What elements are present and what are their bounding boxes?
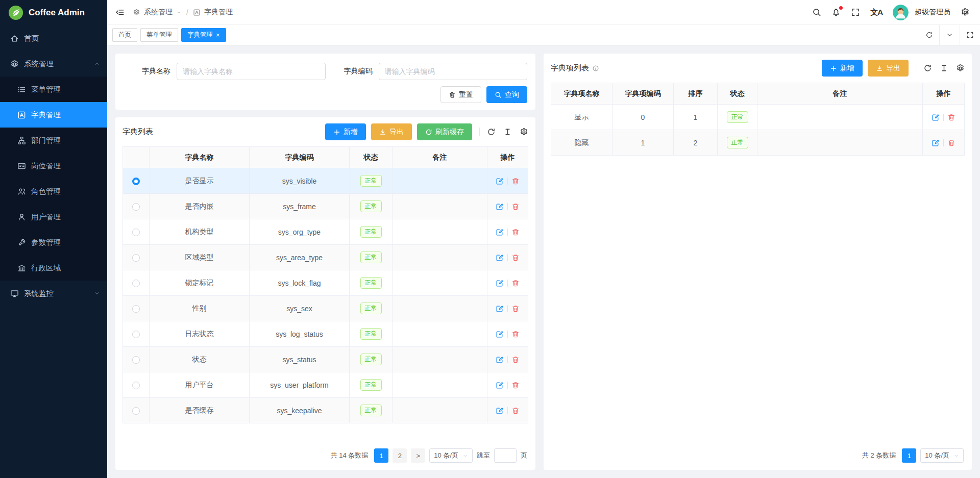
row-radio[interactable] <box>132 280 140 287</box>
sidebar-item-monitor[interactable]: 系统监控 <box>0 281 107 306</box>
delete-icon[interactable] <box>511 305 520 313</box>
row-height-icon[interactable] <box>503 128 512 136</box>
table-row[interactable]: 性别 sys_sex 正常 <box>123 296 528 321</box>
menu-fold-icon[interactable] <box>115 8 125 17</box>
settings-gear-icon[interactable] <box>961 8 970 17</box>
edit-icon[interactable] <box>496 254 504 262</box>
edit-icon[interactable] <box>932 139 940 147</box>
delete-icon[interactable] <box>947 139 955 147</box>
tab-dict-mgmt[interactable]: 字典管理 × <box>181 28 226 42</box>
page-button-1[interactable]: 1 <box>902 448 916 463</box>
table-row[interactable]: 锁定标记 sys_lock_flag 正常 <box>123 270 528 296</box>
query-button[interactable]: 查询 <box>486 86 527 103</box>
fullscreen-icon[interactable] <box>851 8 860 17</box>
row-radio[interactable] <box>132 254 140 262</box>
row-radio[interactable] <box>132 407 140 415</box>
breadcrumb-item-system[interactable]: 系统管理 <box>144 8 173 17</box>
notification-bell[interactable] <box>831 8 841 17</box>
page-button-1[interactable]: 1 <box>374 448 388 463</box>
sidebar-item-system[interactable]: 系统管理 <box>0 51 107 77</box>
item-sort-cell: 2 <box>674 130 718 156</box>
delete-icon[interactable] <box>511 356 520 364</box>
delete-icon[interactable] <box>511 228 520 236</box>
table-row[interactable]: 显示 0 1 正常 <box>551 105 965 130</box>
delete-icon[interactable] <box>511 203 520 211</box>
close-icon[interactable]: × <box>216 32 220 38</box>
table-row[interactable]: 是否缓存 sys_keepalive 正常 <box>123 398 528 423</box>
edit-icon[interactable] <box>496 279 504 287</box>
row-radio[interactable] <box>132 331 140 338</box>
table-row[interactable]: 是否显示 sys_visible 正常 <box>123 168 528 194</box>
table-row[interactable]: 状态 sys_status 正常 <box>123 347 528 372</box>
sidebar-item-param-mgmt[interactable]: 参数管理 <box>0 230 107 255</box>
search-icon[interactable] <box>812 8 821 17</box>
edit-icon[interactable] <box>496 305 504 313</box>
row-height-icon[interactable] <box>940 64 948 72</box>
row-radio[interactable] <box>132 229 140 236</box>
tab-menu-mgmt[interactable]: 菜单管理 <box>140 28 178 42</box>
column-settings-gear-icon[interactable] <box>956 64 965 72</box>
sidebar-item-dept-mgmt[interactable]: 部门管理 <box>0 128 107 153</box>
delete-icon[interactable] <box>511 279 520 287</box>
next-page-button[interactable]: > <box>411 448 425 463</box>
table-row[interactable]: 日志状态 sys_log_status 正常 <box>123 321 528 347</box>
sidebar-item-role-mgmt[interactable]: 角色管理 <box>0 179 107 204</box>
row-radio[interactable] <box>132 178 140 185</box>
delete-icon[interactable] <box>511 407 520 415</box>
page-size-select[interactable]: 10 条/页 <box>429 448 473 463</box>
jump-page-input[interactable] <box>494 448 517 463</box>
tab-options-chevron-icon[interactable] <box>939 25 960 45</box>
add-dict-button[interactable]: 新增 <box>325 123 366 140</box>
dict-name-input[interactable] <box>177 63 326 80</box>
row-radio[interactable] <box>132 203 140 211</box>
refresh-cache-button[interactable]: 刷新缓存 <box>417 123 472 140</box>
info-icon[interactable] <box>592 65 599 72</box>
row-radio[interactable] <box>132 305 140 313</box>
edit-icon[interactable] <box>496 356 504 364</box>
delete-icon[interactable] <box>947 113 955 121</box>
delete-icon[interactable] <box>511 177 520 185</box>
refresh-tab-icon[interactable] <box>919 25 939 45</box>
refresh-table-icon[interactable] <box>487 128 496 136</box>
avatar[interactable] <box>893 5 909 20</box>
maximize-view-icon[interactable] <box>960 25 980 45</box>
delete-icon[interactable] <box>511 330 520 338</box>
dict-item-panel: 字典项列表 新增 导出 <box>544 54 972 470</box>
delete-icon[interactable] <box>511 254 520 262</box>
edit-icon[interactable] <box>496 177 504 185</box>
page-size-select[interactable]: 10 条/页 <box>920 448 964 463</box>
table-row[interactable]: 用户平台 sys_user_platform 正常 <box>123 372 528 398</box>
edit-icon[interactable] <box>496 407 504 415</box>
export-dict-button[interactable]: 导出 <box>371 123 412 140</box>
add-item-button[interactable]: 新增 <box>822 60 863 77</box>
edit-icon[interactable] <box>496 330 504 338</box>
page-button-2[interactable]: 2 <box>393 448 407 463</box>
reset-button[interactable]: 重置 <box>440 86 481 103</box>
tab-home[interactable]: 首页 <box>112 28 137 42</box>
table-row[interactable]: 机构类型 sys_org_type 正常 <box>123 219 528 245</box>
table-row[interactable]: 区域类型 sys_area_type 正常 <box>123 245 528 270</box>
sidebar-item-region-mgmt[interactable]: 行政区域 <box>0 255 107 281</box>
sidebar-item-post-mgmt[interactable]: 岗位管理 <box>0 153 107 179</box>
sidebar-item-home[interactable]: 首页 <box>0 26 107 51</box>
edit-icon[interactable] <box>496 228 504 236</box>
sidebar-item-menu-mgmt[interactable]: 菜单管理 <box>0 77 107 102</box>
delete-icon[interactable] <box>511 381 520 389</box>
edit-icon[interactable] <box>496 381 504 389</box>
translate-icon[interactable]: 文A <box>870 8 883 17</box>
dict-code-input[interactable] <box>379 63 528 80</box>
username[interactable]: 超级管理员 <box>915 8 950 17</box>
breadcrumb-item-dict: 字典管理 <box>204 8 233 17</box>
sidebar-item-dict-mgmt[interactable]: 字典管理 <box>0 102 107 128</box>
column-settings-gear-icon[interactable] <box>520 128 528 136</box>
row-radio[interactable] <box>132 382 140 389</box>
column-header: 操作 <box>487 147 528 168</box>
export-item-button[interactable]: 导出 <box>868 60 909 77</box>
row-radio[interactable] <box>132 356 140 364</box>
refresh-table-icon[interactable] <box>923 64 932 72</box>
table-row[interactable]: 是否内嵌 sys_frame 正常 <box>123 194 528 219</box>
table-row[interactable]: 隐藏 1 2 正常 <box>551 130 965 156</box>
sidebar-item-user-mgmt[interactable]: 用户管理 <box>0 204 107 230</box>
edit-icon[interactable] <box>932 113 940 121</box>
edit-icon[interactable] <box>496 203 504 211</box>
